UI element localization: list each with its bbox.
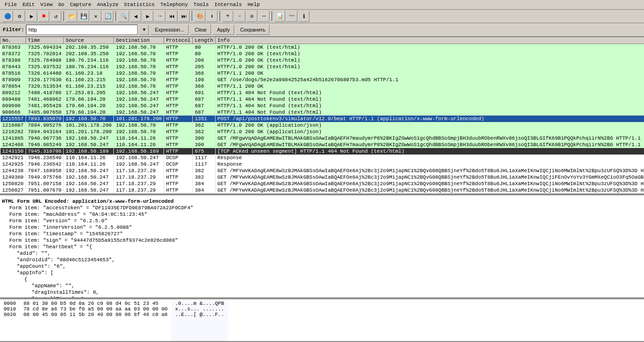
col-destination[interactable]: Destination <box>114 37 164 44</box>
toolbar-resize-btn[interactable]: ↔ <box>258 11 269 22</box>
table-row[interactable]: 1215557 7893.835070 192.168.50.70 101.20… <box>0 116 644 122</box>
toolbar-restart-btn[interactable]: ↺ <box>50 11 61 22</box>
table-row[interactable]: 899690 7481.955428 179.60.194.20 192.168… <box>0 103 644 109</box>
toolbar-interfaces-btn[interactable]: 🔵 <box>2 11 13 22</box>
toolbar-stop-btn[interactable]: ■ <box>38 11 49 22</box>
cell-proto: HTTP <box>164 142 193 148</box>
detail-value: "6.2.5.0088" <box>95 225 132 230</box>
toolbar-top-btn[interactable]: ⏮ <box>166 11 177 22</box>
col-source[interactable]: Source <box>64 37 114 44</box>
toolbar-expert-btn[interactable]: ℹ <box>298 11 309 22</box>
col-info[interactable]: Info <box>215 37 644 44</box>
toolbar-goto-btn[interactable]: → <box>154 11 165 22</box>
filter-input[interactable] <box>26 25 138 35</box>
col-length[interactable]: Length <box>193 37 216 44</box>
toolbar-autoscroll-btn[interactable]: ⬇ <box>206 11 217 22</box>
table-row[interactable]: 878443 7325.937532 180.76.234.116 192.16… <box>0 64 644 70</box>
toolbar-zoom-in-btn[interactable]: + <box>222 11 233 22</box>
table-row[interactable]: 1243150 7945.310706 192.168.50.189 192.1… <box>0 148 644 155</box>
table-row[interactable]: 1216282 7894.943164 101.201.178.200 192.… <box>0 129 644 135</box>
menu-analyze[interactable]: Analyze <box>94 1 121 8</box>
table-row[interactable]: 1250827 7951.007670 192.168.50.247 117.1… <box>0 187 644 194</box>
table-row[interactable]: 878398 7325.764988 180.76.234.116 192.16… <box>0 57 644 64</box>
table-row[interactable]: 1244238 7947.168950 192.168.50.247 117.1… <box>0 168 644 174</box>
table-row[interactable]: 1241865 7940.967736 192.168.50.247 110.1… <box>0 135 644 142</box>
menu-edit[interactable]: Edit <box>20 1 37 8</box>
cell-info: HTTP/1.1 404 Not Found (text/html) <box>215 103 644 109</box>
table-row[interactable]: 1250820 7951.007158 192.168.50.247 117.1… <box>0 181 644 187</box>
detail-key: "timestamp" = <box>43 231 86 237</box>
table-row[interactable]: 1249360 7949.075766 192.168.50.247 117.1… <box>0 174 644 181</box>
toolbar-io-btn[interactable]: 📊 <box>274 11 285 22</box>
table-row[interactable]: 1242921 7946.236540 110.164.11.26 192.16… <box>0 155 644 161</box>
menu-file[interactable]: File <box>2 1 20 8</box>
hex-ascii-row: x...s... ....... <box>175 306 224 312</box>
clear-btn[interactable]: Clear <box>191 25 211 35</box>
cell-info: GET /MFgwVqADAgEAME8wITBLMAkGBSsOAwIaBQA… <box>215 135 644 142</box>
toolbar-close-btn[interactable]: ✕ <box>90 11 101 22</box>
toolbar-options-btn[interactable]: ⚙ <box>14 11 25 22</box>
table-row[interactable]: 878516 7326.614460 61.160.23.18 192.168.… <box>0 70 644 77</box>
cell-time: 7325.764988 <box>26 57 64 64</box>
cell-time: 7946.236540 <box>26 155 64 161</box>
menu-tools[interactable]: Tools <box>191 1 211 8</box>
col-no[interactable]: No. <box>0 37 26 44</box>
toolbar-zoom-normal-btn[interactable]: ⊙ <box>246 11 257 22</box>
menu-internals[interactable]: Internals <box>211 1 244 8</box>
menu-go[interactable]: Go <box>55 1 67 8</box>
table-row[interactable]: 1242925 7946.236542 110.164.11.26 192.16… <box>0 161 644 168</box>
detail-value: "6.2.5.0" <box>80 218 107 224</box>
table-row[interactable]: 878909 7329.177630 61.160.23.215 192.168… <box>0 77 644 83</box>
packet-list[interactable]: No. Time Source Destination Protocol Len… <box>0 37 644 194</box>
toolbar-prev-btn[interactable]: ◀ <box>130 11 141 22</box>
detail-key: "sign" = <box>43 238 71 243</box>
save-btn[interactable]: Сохранить <box>236 25 270 35</box>
menu-view[interactable]: View <box>38 1 55 8</box>
table-row[interactable]: 1216087 7894.905276 101.201.178.200 192.… <box>0 122 644 129</box>
cell-dst: 192.168.50.70 <box>114 57 164 64</box>
apply-btn[interactable]: Apply <box>213 25 234 35</box>
toolbar-start-btn[interactable]: ▶ <box>26 11 37 22</box>
menu-help[interactable]: Help <box>245 1 263 8</box>
table-row[interactable]: 899488 7481.468962 179.60.194.20 192.168… <box>0 96 644 103</box>
table-row[interactable]: 878372 7325.702014 202.108.35.250 192.16… <box>0 51 644 57</box>
table-row[interactable]: 878363 7325.694334 202.108.35.250 192.16… <box>0 44 644 51</box>
cell-dst: 101.201.178.200 <box>114 116 164 122</box>
cell-time: 7326.614460 <box>26 70 64 77</box>
toolbar-next-btn[interactable]: ▶ <box>142 11 153 22</box>
filter-dropdown-btn[interactable]: ▼ <box>139 25 149 35</box>
table-row[interactable]: 899212 7480.418786 17.253.83.205 192.168… <box>0 90 644 96</box>
table-row[interactable]: 878954 7329.513534 61.160.23.215 192.168… <box>0 83 644 90</box>
cell-time: 7945.310706 <box>26 148 64 155</box>
detail-item: "appName": "", <box>2 283 642 289</box>
expression-btn[interactable]: Expression... <box>151 25 189 35</box>
table-row[interactable]: 1242408 7940.985249 192.168.50.247 110.1… <box>0 142 644 148</box>
toolbar-open-btn[interactable]: 📂 <box>66 11 77 22</box>
detail-item: Form item: "sign" = "94447d75b5a9155c6f9… <box>2 237 642 244</box>
menu-statistics[interactable]: Statistics <box>121 1 158 8</box>
detail-label: Form item: <box>9 205 43 211</box>
cell-time: 7940.967736 <box>26 135 64 142</box>
cell-dst: 110.164.11.26 <box>114 142 164 148</box>
menu-telephony[interactable]: Telephony <box>158 1 191 8</box>
hex-offsets: 000000100020 <box>0 300 20 341</box>
toolbar-flow-btn[interactable]: 〰 <box>286 11 297 22</box>
menu-capture[interactable]: Capture <box>67 1 94 8</box>
col-protocol[interactable]: Protocol <box>164 37 193 44</box>
cell-dst: 117.18.237.29 <box>114 181 164 187</box>
table-row[interactable]: 900666 7485.007650 179.60.194.20 192.168… <box>0 109 644 116</box>
toolbar-colorize-btn[interactable]: 🎨 <box>194 11 205 22</box>
toolbar-reload-btn[interactable]: 🔄 <box>102 11 113 22</box>
toolbar-zoom-out-btn[interactable]: - <box>234 11 245 22</box>
cell-time: 7894.943164 <box>26 129 64 135</box>
cell-dst: 192.168.50.70 <box>114 83 164 90</box>
cell-len: 675 <box>193 148 216 155</box>
toolbar-save-btn[interactable]: 💾 <box>78 11 89 22</box>
col-time[interactable]: Time <box>26 37 64 44</box>
cell-no: 899690 <box>0 103 26 109</box>
cell-proto: HTTP <box>164 96 193 103</box>
cell-src: 192.168.50.247 <box>64 187 114 194</box>
toolbar-bottom-btn[interactable]: ⏭ <box>178 11 190 22</box>
toolbar-find-btn[interactable]: 🔍 <box>118 11 129 22</box>
cell-time: 7485.007650 <box>26 109 64 116</box>
